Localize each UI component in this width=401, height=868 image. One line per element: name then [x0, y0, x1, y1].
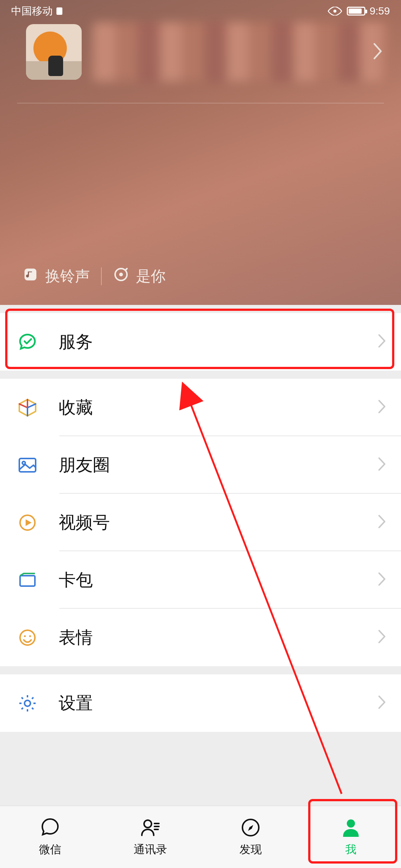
chevron-right-icon — [378, 513, 386, 533]
channels-icon — [17, 512, 38, 533]
favorites-row[interactable]: 收藏 — [0, 379, 401, 436]
stickers-row[interactable]: 表情 — [0, 609, 401, 666]
settings-label: 设置 — [59, 692, 378, 715]
music-note-icon — [22, 266, 39, 286]
carrier-label: 中国移动 — [11, 4, 53, 18]
settings-row[interactable]: 设置 — [0, 674, 401, 732]
tab-bar: 微信 通讯录 发现 我 — [0, 806, 401, 868]
tab-me-label: 我 — [345, 842, 356, 857]
change-ringtone-label: 换铃声 — [45, 266, 90, 286]
tab-contacts[interactable]: 通讯录 — [100, 806, 200, 868]
chevron-right-icon — [378, 570, 386, 590]
battery-icon — [347, 7, 365, 16]
services-row[interactable]: 服务 — [0, 313, 401, 371]
current-song-label: 是你 — [136, 266, 166, 286]
tab-me[interactable]: 我 — [301, 806, 401, 868]
svg-point-15 — [144, 820, 151, 828]
change-ringtone-button[interactable]: 换铃声 — [22, 266, 90, 286]
tab-chats[interactable]: 微信 — [0, 806, 100, 868]
cards-row[interactable]: 卡包 — [0, 551, 401, 609]
services-icon — [17, 332, 38, 352]
svg-rect-2 — [25, 269, 36, 280]
chevron-right-icon — [378, 693, 386, 713]
svg-point-12 — [24, 635, 26, 637]
disc-icon — [113, 266, 129, 286]
profile-header: 中国移动 9:59 换铃声 — [0, 0, 401, 305]
moments-row[interactable]: 朋友圈 — [0, 436, 401, 494]
settings-icon — [17, 693, 38, 714]
svg-rect-10 — [20, 576, 35, 586]
tab-contacts-label: 通讯录 — [134, 842, 167, 857]
svg-marker-9 — [26, 519, 32, 526]
divider — [17, 103, 384, 103]
cards-icon — [17, 570, 38, 591]
svg-point-13 — [29, 635, 31, 637]
compass-icon — [240, 817, 261, 838]
moments-icon — [17, 455, 38, 476]
clock-label: 9:59 — [370, 5, 390, 17]
eye-icon — [327, 7, 342, 16]
chat-bubble-icon — [39, 817, 61, 838]
chevron-right-icon — [378, 398, 386, 418]
svg-point-1 — [333, 10, 336, 13]
stickers-icon — [17, 627, 38, 648]
avatar — [26, 24, 82, 80]
moments-label: 朋友圈 — [59, 454, 378, 477]
channels-label: 视频号 — [59, 511, 378, 534]
chevron-right-icon — [378, 628, 386, 648]
favorites-icon — [17, 397, 38, 418]
chevron-right-icon — [378, 332, 386, 352]
svg-point-21 — [347, 819, 355, 828]
services-label: 服务 — [59, 331, 378, 354]
separator — [101, 267, 102, 285]
sim-icon — [55, 7, 64, 16]
svg-point-14 — [25, 700, 30, 706]
tab-discover[interactable]: 发现 — [200, 806, 301, 868]
profile-info-redacted — [93, 22, 390, 82]
contacts-icon — [140, 817, 161, 838]
svg-point-4 — [119, 273, 123, 276]
person-icon — [340, 817, 362, 838]
tab-chats-label: 微信 — [39, 842, 61, 857]
profile-row[interactable] — [26, 22, 390, 82]
cards-label: 卡包 — [59, 569, 378, 592]
stickers-label: 表情 — [59, 626, 378, 649]
current-song-button[interactable]: 是你 — [113, 266, 166, 286]
svg-marker-20 — [248, 825, 253, 831]
favorites-label: 收藏 — [59, 396, 378, 419]
chevron-right-icon — [378, 455, 386, 475]
chevron-right-icon — [372, 42, 383, 62]
svg-rect-0 — [56, 7, 62, 15]
channels-row[interactable]: 视频号 — [0, 494, 401, 551]
status-bar: 中国移动 9:59 — [0, 0, 401, 22]
tab-discover-label: 发现 — [239, 842, 262, 857]
